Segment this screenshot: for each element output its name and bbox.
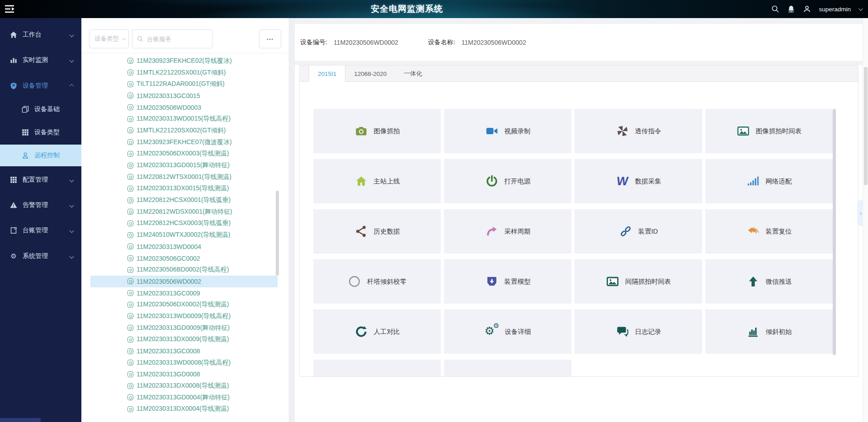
more-options-button[interactable]: ... bbox=[259, 29, 281, 48]
device-list-item[interactable]: 11M220812WDSX0001(舞动特征) bbox=[90, 206, 278, 218]
image-icon bbox=[736, 124, 750, 138]
sidebar-item-device-basic[interactable]: 设备基础 bbox=[0, 99, 81, 119]
device-list-item[interactable]: 11M20230506BD0002(导线高程) bbox=[90, 264, 278, 276]
device-list-item[interactable]: 11M20230506GC0002 bbox=[90, 253, 278, 264]
action-wechat-push[interactable]: 微信推送 bbox=[705, 259, 833, 304]
username[interactable]: superadmin bbox=[819, 6, 851, 13]
device-list-item[interactable]: 11M20230313GD0004(舞动特征) bbox=[90, 392, 278, 403]
action-manual-compare[interactable]: 人工对比 bbox=[313, 309, 441, 354]
chevron-down-icon[interactable] bbox=[859, 6, 863, 11]
page-scrollbar[interactable] bbox=[863, 18, 868, 422]
device-type-select[interactable]: 设备类型 bbox=[89, 29, 129, 48]
device-icon bbox=[127, 348, 133, 354]
sidebar-item-config-management[interactable]: 配置管理 bbox=[0, 170, 81, 190]
device-list-item[interactable]: 11MTLK221220SX002(GT倾斜) bbox=[90, 125, 278, 136]
sidebar-item-workbench[interactable]: 工作台 bbox=[0, 25, 81, 45]
sidebar-item-label: 配置管理 bbox=[23, 176, 48, 184]
device-search-input[interactable] bbox=[147, 36, 206, 42]
user-icon[interactable] bbox=[803, 5, 811, 13]
device-list-item[interactable]: 11M220812WTSX0001(导线测温) bbox=[90, 171, 278, 183]
grid-scrollbar[interactable] bbox=[833, 109, 836, 355]
action-history-data[interactable]: 历史数据 bbox=[313, 209, 441, 253]
action-device-detail[interactable]: ⚙⚙ 设备详细 bbox=[444, 309, 571, 354]
chat-icon bbox=[616, 325, 629, 338]
device-list-item[interactable]: 11M20230313WD0015(导线高程) bbox=[90, 113, 278, 125]
device-list-item[interactable]: 11M20230313WD0009(导线高程) bbox=[90, 310, 278, 322]
device-list-item[interactable]: 11M20230313DX0009(导线测温) bbox=[90, 334, 278, 346]
chevron-down-icon bbox=[70, 203, 74, 207]
device-list-scrollbar[interactable] bbox=[276, 191, 279, 276]
device-list-item[interactable]: 11M20230506DX0003(导线测温) bbox=[90, 148, 278, 160]
device-list-item[interactable]: 11M230923FEKHCE02(导线覆冰) bbox=[90, 55, 278, 67]
search-icon[interactable] bbox=[771, 5, 779, 13]
device-list-item[interactable]: 11M220812HCSX0001(导线弧垂) bbox=[90, 194, 278, 206]
action-label: 透传指令 bbox=[635, 127, 661, 136]
sidebar-item-system-management[interactable]: ⚙ 系统管理 bbox=[0, 246, 81, 266]
device-list-item[interactable]: 11M220812HCSX0003(导线弧垂) bbox=[90, 218, 278, 230]
sidebar-item-device-type[interactable]: 设备类型 bbox=[0, 122, 81, 142]
action-image-capture[interactable]: 图像抓拍 bbox=[313, 109, 441, 153]
content-gap bbox=[295, 61, 863, 65]
device-icon bbox=[127, 383, 133, 389]
menu-toggle-icon[interactable] bbox=[5, 4, 16, 14]
device-list-item[interactable]: 11M20230313DX0004(导线测温) bbox=[90, 403, 278, 415]
action-card-partial[interactable] bbox=[313, 360, 441, 377]
device-list-item[interactable]: 11M20230313GD0009(舞动特征) bbox=[90, 322, 278, 334]
device-list-item[interactable]: 11M20230313GC0009 bbox=[90, 287, 278, 299]
device-icon bbox=[127, 313, 133, 319]
sidebar-item-realtime-monitor[interactable]: 实时监测 bbox=[0, 50, 81, 70]
tab-12068-2020[interactable]: 12068-2020 bbox=[345, 66, 395, 82]
device-list-item[interactable]: 11MTLK221220SX001(GT倾斜) bbox=[90, 67, 278, 79]
device-icon bbox=[127, 151, 133, 157]
device-label: 11M220812WDSX0001(舞动特征) bbox=[137, 208, 232, 216]
action-label: 图像抓拍 bbox=[374, 127, 400, 136]
device-list-item[interactable]: TILT1122RADAR0001(GT倾斜) bbox=[90, 78, 278, 90]
device-icon bbox=[127, 406, 133, 412]
notification-icon[interactable] bbox=[787, 5, 795, 13]
device-list-item[interactable]: 11M20230313GD0015(舞动特征) bbox=[90, 159, 278, 171]
device-list-item[interactable]: 11M20230313GC0008 bbox=[90, 345, 278, 357]
action-power-on[interactable]: 打开电源 bbox=[444, 159, 571, 203]
device-list-item[interactable]: 11M20230313WD0004 bbox=[90, 241, 278, 253]
chevron-down-icon bbox=[70, 58, 74, 62]
refresh-icon bbox=[354, 325, 368, 338]
device-list-item[interactable]: 11M20230506DX0002(导线测温) bbox=[90, 299, 278, 310]
sidebar-item-ledger-management[interactable]: 台账管理 bbox=[0, 220, 81, 240]
device-list-item[interactable]: 11M20230506WD0002 bbox=[90, 276, 278, 287]
action-label: 采样周期 bbox=[505, 227, 531, 236]
device-name-label: 设备名称: bbox=[428, 38, 455, 47]
chevron-down-icon bbox=[70, 228, 74, 233]
action-video-record[interactable]: 视频录制 bbox=[444, 109, 571, 153]
device-list-item[interactable]: 11M20230313GC0015 bbox=[90, 90, 278, 102]
device-list-item[interactable]: 11M230923FEKHCE07(微波覆冰) bbox=[90, 136, 278, 148]
sidebar-item-device-management[interactable]: 设备管理 bbox=[0, 76, 81, 96]
action-data-collection[interactable]: W 数据采集 bbox=[575, 159, 702, 203]
action-image-capture-schedule[interactable]: 图像抓拍时间表 bbox=[705, 109, 833, 153]
device-no-label: 设备编号: bbox=[300, 38, 327, 47]
action-master-station-online[interactable]: 主站上线 bbox=[313, 159, 441, 203]
sidebar-item-remote-control[interactable]: 远程控制 bbox=[0, 145, 81, 166]
action-device-id[interactable]: 装置ID bbox=[575, 209, 702, 253]
action-device-model[interactable]: 装置模型 bbox=[444, 259, 571, 304]
action-passthrough-command[interactable]: 透传指令 bbox=[575, 109, 702, 153]
action-card-partial[interactable] bbox=[444, 360, 571, 377]
sidebar: 工作台 实时监测 设备管理 设备基础 设备类型 远程控制 配置管理 bbox=[0, 18, 81, 422]
tab-integrated[interactable]: 一体化 bbox=[395, 66, 431, 82]
action-device-reset[interactable]: 装置复位 bbox=[705, 209, 833, 253]
action-tower-tilt-zero[interactable]: 杆塔倾斜校零 bbox=[313, 259, 441, 304]
device-list-item[interactable]: 11M20230506WD0003 bbox=[90, 102, 278, 113]
action-tilt-initial[interactable]: 倾斜初始 bbox=[705, 309, 833, 354]
device-list-item[interactable]: 11M20230313DX0008(导线测温) bbox=[90, 380, 278, 392]
page-scrollbar-thumb[interactable] bbox=[864, 67, 868, 185]
tab-2015I1[interactable]: 2015I1 bbox=[309, 66, 345, 82]
device-list-item[interactable]: 11M20230313WD0008(导线高程) bbox=[90, 357, 278, 369]
action-network-adapt[interactable]: 网络适配 bbox=[705, 159, 833, 203]
action-interval-capture-schedule[interactable]: 间隔抓拍时间表 bbox=[575, 259, 702, 304]
action-sampling-period[interactable]: 采样周期 bbox=[444, 209, 571, 253]
device-search-box[interactable] bbox=[132, 29, 212, 48]
sidebar-item-alarm-management[interactable]: 告警管理 bbox=[0, 195, 81, 215]
device-list-item[interactable]: 11M240510WTXJ0002(导线测温) bbox=[90, 229, 278, 241]
action-log-record[interactable]: 日志记录 bbox=[575, 309, 702, 354]
device-list-item[interactable]: 11M20230313DX0015(导线测温) bbox=[90, 183, 278, 195]
device-list-item[interactable]: 11M20230313GD0008 bbox=[90, 369, 278, 380]
